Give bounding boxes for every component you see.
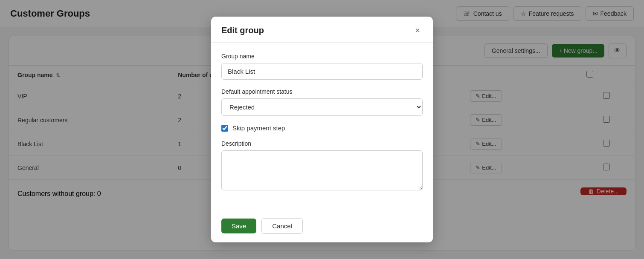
modal-title: Edit group <box>221 26 264 35</box>
modal-close-button[interactable]: × <box>412 25 423 35</box>
appointment-status-label: Default appointment status <box>221 88 423 95</box>
description-group: Description <box>221 140 423 192</box>
modal-footer: Save Cancel <box>211 211 433 242</box>
group-name-group: Group name <box>221 53 423 80</box>
modal-body: Group name Default appointment status Re… <box>211 43 433 211</box>
edit-group-modal: Edit group × Group name Default appointm… <box>211 17 433 242</box>
appointment-status-select[interactable]: RejectedPendingConfirmedCancelled <box>221 98 423 116</box>
cancel-button[interactable]: Cancel <box>261 218 303 234</box>
group-name-input[interactable] <box>221 63 423 80</box>
description-label: Description <box>221 140 423 147</box>
modal-overlay[interactable]: Edit group × Group name Default appointm… <box>0 0 644 259</box>
save-button[interactable]: Save <box>221 219 256 233</box>
skip-payment-row: Skip payment step <box>221 124 423 132</box>
skip-payment-checkbox[interactable] <box>221 125 228 132</box>
appointment-status-group: Default appointment status RejectedPendi… <box>221 88 423 116</box>
description-textarea[interactable] <box>221 150 423 190</box>
group-name-label: Group name <box>221 53 423 60</box>
skip-payment-label: Skip payment step <box>232 124 285 132</box>
modal-header: Edit group × <box>211 17 433 43</box>
close-icon: × <box>415 26 420 35</box>
